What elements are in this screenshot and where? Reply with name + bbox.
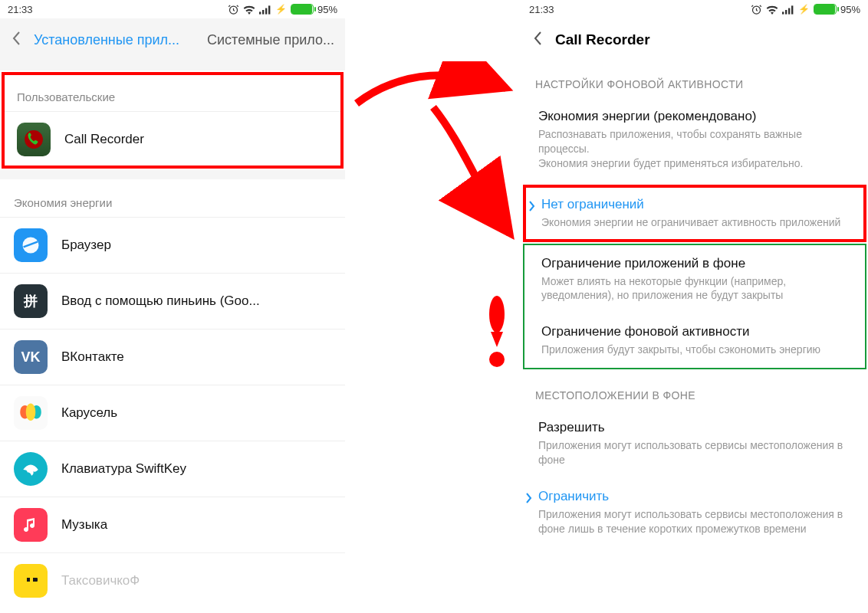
status-bar: 21:33 ⚡ 95% (0, 0, 345, 18)
highlight-restriction-options: Ограничение приложений в фоне Может влия… (524, 245, 865, 369)
selected-check-icon (528, 200, 535, 215)
option-desc: Приложения могут использовать сервисы ме… (538, 507, 851, 536)
screen-left: 21:33 ⚡ 95% Установленные прил... Систем… (0, 0, 345, 608)
exclamation-annotation (482, 295, 512, 372)
app-row-taxi[interactable]: ТаксовичкоФ (0, 552, 345, 608)
screen-right: 21:33 ⚡ 95% Call Recorder НАСТРОЙКИ ФОНО… (521, 0, 868, 547)
status-time: 21:33 (8, 4, 33, 15)
status-bar: 21:33 ⚡ 95% (521, 0, 868, 18)
wifi-icon (243, 4, 255, 15)
app-label: Ввод с помощью пиньинь (Goo... (61, 293, 260, 309)
option-energy-saving[interactable]: Экономия энергии (рекомендовано) Распозн… (521, 98, 868, 182)
battery-percent: 95% (840, 4, 860, 15)
highlight-user-app: Пользовательские Call Recorder (3, 74, 342, 167)
option-desc: Приложения будут закрыты, чтобы сэкономи… (541, 343, 848, 357)
option-restrict-background-apps[interactable]: Ограничение приложений в фоне Может влия… (524, 245, 865, 314)
charge-icon: ⚡ (275, 4, 287, 15)
wifi-icon (766, 4, 778, 15)
alarm-icon (228, 3, 239, 15)
option-title: Разрешить (538, 420, 851, 435)
signal-icon (782, 4, 794, 15)
option-desc: Приложения могут использовать сервисы ме… (538, 438, 851, 467)
app-row-browser[interactable]: Браузер (0, 217, 345, 273)
app-label: ВКонтакте (61, 349, 124, 365)
app-icon-swiftkey (14, 452, 48, 486)
battery-icon (814, 4, 837, 15)
app-label: Музыка (61, 517, 107, 533)
charge-icon: ⚡ (798, 4, 810, 15)
svg-point-5 (25, 130, 43, 149)
app-icon-carousel (14, 396, 48, 430)
option-title: Экономия энергии (рекомендовано) (538, 109, 851, 124)
option-title: Ограничить (538, 489, 851, 504)
app-icon-browser (14, 228, 48, 262)
header: Call Recorder (521, 18, 868, 61)
back-icon[interactable] (528, 31, 549, 50)
app-icon-call-recorder (17, 123, 51, 156)
svg-rect-11 (782, 11, 784, 14)
svg-rect-14 (791, 5, 793, 14)
battery-percent: 95% (317, 4, 337, 15)
status-right: ⚡ 95% (228, 3, 337, 15)
tab-installed[interactable]: Установленные прил... (34, 32, 179, 48)
app-row-carousel[interactable]: Карусель (0, 385, 345, 441)
app-label: Браузер (61, 238, 111, 253)
option-title: Ограничение приложений в фоне (541, 256, 848, 271)
svg-point-16 (489, 352, 505, 367)
app-row-music[interactable]: Музыка (0, 497, 345, 552)
svg-rect-9 (30, 578, 33, 582)
app-label: Клавиатура SwiftKey (61, 461, 186, 477)
section-energy: Экономия энергии (0, 179, 345, 217)
app-row-swiftkey[interactable]: Клавиатура SwiftKey (0, 441, 345, 497)
option-restrict-background-activity[interactable]: Ограничение фоновой активности Приложени… (524, 313, 865, 368)
option-title: Нет ограничений (541, 197, 848, 212)
section-user: Пользовательские (3, 74, 342, 111)
battery-icon (291, 4, 314, 15)
app-row-vk[interactable]: VK ВКонтакте (0, 329, 345, 385)
svg-rect-3 (265, 8, 267, 15)
selected-check-icon (524, 492, 532, 506)
alarm-icon (751, 3, 762, 15)
app-label: ТаксовичкоФ (61, 573, 140, 588)
section-location-bg: МЕСТОПОЛОЖЕНИИ В ФОНЕ (521, 372, 868, 409)
app-icon-taxi (14, 564, 48, 598)
tab-system[interactable]: Системные прило... (207, 32, 334, 48)
status-right: ⚡ 95% (751, 3, 860, 15)
option-desc: Экономия энергии не ограничивает активно… (541, 215, 848, 230)
svg-point-15 (489, 296, 505, 333)
option-location-restrict[interactable]: Ограничить Приложения могут использовать… (521, 478, 868, 547)
page-title: Call Recorder (555, 31, 650, 48)
svg-rect-8 (24, 578, 27, 582)
option-desc: Может влиять на некоторые функции (напри… (541, 274, 848, 303)
app-icon-music (14, 508, 48, 542)
app-row-pinyin[interactable]: 拼 Ввод с помощью пиньинь (Goo... (0, 273, 345, 329)
app-row-call-recorder[interactable]: Call Recorder (3, 111, 342, 167)
signal-icon (259, 4, 271, 15)
svg-rect-4 (268, 5, 270, 14)
svg-rect-12 (785, 10, 787, 15)
header-tabs: Установленные прил... Системные прило... (0, 18, 345, 61)
svg-rect-13 (788, 8, 790, 15)
svg-rect-2 (262, 10, 264, 15)
option-desc: Распознавать приложения, чтобы сохранять… (538, 127, 851, 171)
arrow-annotation-1 (349, 61, 518, 123)
option-title: Ограничение фоновой активности (541, 324, 848, 339)
arrow-annotation-2 (418, 100, 525, 245)
svg-rect-1 (259, 11, 261, 14)
app-icon-vk: VK (14, 340, 48, 374)
back-icon[interactable] (6, 31, 28, 50)
status-time: 21:33 (529, 4, 554, 15)
app-label: Карусель (61, 405, 117, 421)
app-icon-pinyin: 拼 (14, 284, 48, 318)
app-label: Call Recorder (64, 132, 144, 147)
option-no-restrictions[interactable]: Нет ограничений Экономия энергии не огра… (524, 186, 865, 241)
option-location-allow[interactable]: Разрешить Приложения могут использовать … (521, 409, 868, 478)
section-bg-activity: НАСТРОЙКИ ФОНОВОЙ АКТИВНОСТИ (521, 61, 868, 98)
